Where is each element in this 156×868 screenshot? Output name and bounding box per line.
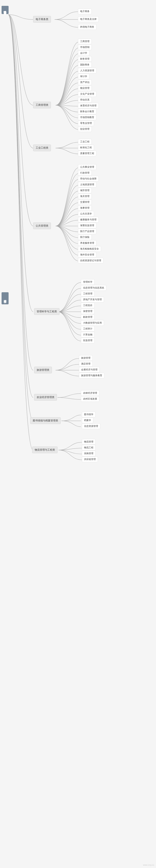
leaf-信息管理与信息系统: 信息管理与信息系统	[81, 285, 106, 291]
cat6-node: 旅游管理类	[34, 367, 52, 373]
leaf-保密管理: 保密管理	[81, 308, 95, 314]
leaf-市场营销教育: 市场营销教育	[78, 115, 96, 120]
leaf-管理科学: 管理科学	[81, 279, 95, 285]
leaf-电子商务及法律: 电子商务及法律	[78, 17, 99, 22]
leaf-土地资源管理: 土地资源管理	[78, 182, 96, 187]
leaf-会展经济与管理: 会展经济与管理	[79, 367, 100, 373]
leaf-财务管理: 财务管理	[78, 56, 92, 62]
leaf-劳动与社会保障: 劳动与社会保障	[78, 176, 99, 182]
leaf-旅游管理与服务教育: 旅游管理与服务教育	[79, 373, 104, 378]
leaf-供应链管理: 供应链管理	[82, 457, 98, 462]
leaf-工程造价: 工程造价	[81, 303, 95, 308]
leaf-邮政管理: 邮政管理	[81, 314, 95, 320]
leaf-工程审计: 工程审计	[81, 326, 95, 332]
cat1-node: 电子商务类	[33, 16, 51, 23]
leaf-应急管理: 应急管理	[81, 338, 95, 343]
leaf-房地产开发与管理: 房地产开发与管理	[81, 297, 104, 302]
leaf-公共关系学: 公共关系学	[78, 211, 94, 217]
leaf-公共事业管理: 公共事业管理	[78, 164, 96, 170]
leaf-信息资源管理: 信息资源管理	[82, 423, 100, 429]
leaf-医疗保险: 医疗保险	[78, 235, 92, 240]
root-node-top: 管理学	[2, 6, 8, 12]
leaf-国际商务: 国际商务	[78, 62, 92, 68]
root-label-middle: 管理学	[2, 292, 8, 304]
leaf-采购管理: 采购管理	[82, 451, 96, 456]
leaf-海关管理: 海关管理	[78, 193, 92, 199]
leaf-物业管理: 物业管理	[78, 85, 92, 91]
leaf-物流工程: 物流工程	[82, 445, 96, 451]
leaf-健康服务与管理: 健康服务与管理	[78, 217, 99, 222]
cat3-node: 工业工程类	[33, 145, 51, 151]
leaf-市场营销: 市场营销	[78, 44, 92, 50]
leaf-工业工程: 工业工程	[78, 139, 92, 145]
leaf-工程管理: 工程管理	[81, 291, 95, 297]
leaf-劳动关系: 劳动关系	[78, 97, 92, 103]
leaf-农村区域发展: 农村区域发展	[81, 396, 99, 402]
leaf-自然资源登记与管理: 自然资源登记与管理	[78, 258, 103, 264]
leaf-电子商务: 电子商务	[78, 8, 92, 14]
leaf-文化产业管理: 文化产业管理	[78, 91, 96, 97]
leaf-跨境电子商务: 跨境电子商务	[78, 24, 96, 30]
leaf-会计学: 会计学	[78, 50, 89, 56]
leaf-质量管理工程: 质量管理工程	[78, 151, 96, 156]
cat9-node: 物流管理与工程类	[32, 446, 58, 453]
leaf-医疗产品管理: 医疗产品管理	[78, 228, 96, 234]
leaf-图书馆学: 图书馆学	[82, 412, 96, 417]
cat4-node: 公共管理类	[33, 222, 51, 229]
leaf-海警应急管理: 海警应急管理	[78, 223, 96, 228]
leaf-海外安全管理: 海外安全管理	[78, 252, 96, 257]
leaf-农林经济管理: 农林经济管理	[81, 390, 99, 396]
cat8-node: 图书情报与档案管理类	[30, 417, 61, 424]
leaf-酒店管理: 酒店管理	[79, 361, 93, 367]
leaf-创业管理: 创业管理	[78, 126, 92, 132]
leaf-养老服务管理: 养老服务管理	[78, 240, 96, 246]
cat2-node: 工商管理类	[33, 102, 51, 108]
leaf-审计学: 审计学	[78, 74, 89, 79]
leaf-旅游管理: 旅游管理	[79, 355, 93, 361]
leaf-资产评估: 资产评估	[78, 80, 92, 85]
leaf-物流管理: 物流管理	[82, 439, 96, 445]
leaf-海关检验检疫安全: 海关检验检疫安全	[78, 246, 101, 252]
watermark: www.ccsy.vu	[143, 864, 154, 866]
leaf-人力资源管理: 人力资源管理	[78, 68, 96, 73]
leaf-大数据管理与应用: 大数据管理与应用	[81, 320, 104, 326]
leaf-标准化工程: 标准化工程	[78, 145, 94, 150]
leaf-行政管理: 行政管理	[78, 170, 92, 176]
cat5-node: 管理科学与工程类	[34, 308, 60, 315]
leaf-零售业管理: 零售业管理	[78, 120, 94, 126]
cat7-node: 农业经济管理类	[34, 394, 57, 401]
leaf-工商管理: 工商管理	[78, 38, 92, 44]
leaf-体育经济与管理: 体育经济与管理	[78, 103, 99, 108]
leaf-计算金融: 计算金融	[81, 332, 95, 337]
leaf-交通管理: 交通管理	[78, 199, 92, 205]
leaf-档案学: 档案学	[82, 417, 93, 423]
leaf-海事管理: 海事管理	[78, 205, 92, 211]
leaf-财务会计教育: 财务会计教育	[78, 109, 96, 114]
leaf-城市管理: 城市管理	[78, 188, 92, 193]
